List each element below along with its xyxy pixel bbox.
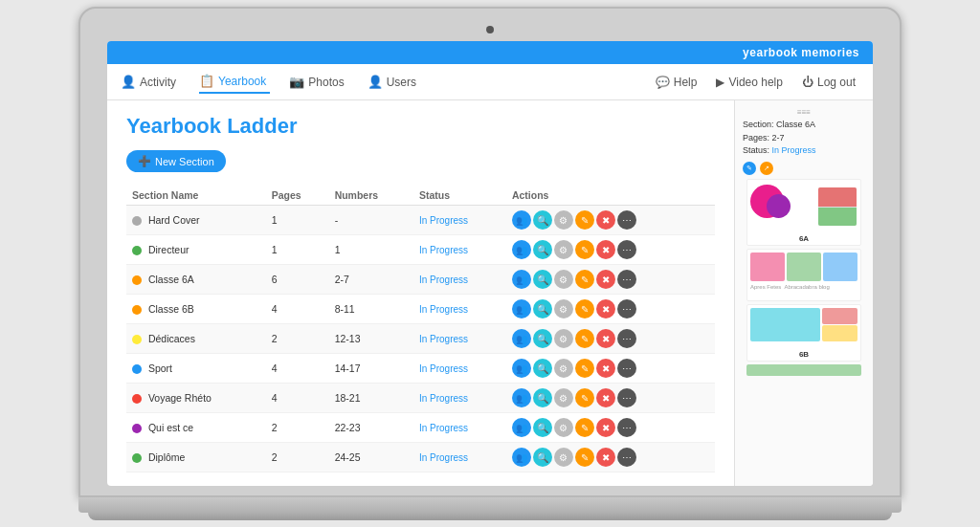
action-preview-icon[interactable]: 🔍	[533, 299, 552, 318]
nav-label-help: Help	[674, 76, 698, 89]
cell-actions: 👥 🔍 ⚙ ✎ ✖ ⋯	[506, 443, 715, 472]
right-panel: ≡≡≡ Section: Classe 6A Pages: 2-7 Status…	[734, 100, 873, 486]
action-settings-icon[interactable]: ⚙	[554, 299, 573, 318]
action-users-icon[interactable]: 👥	[512, 418, 531, 437]
action-settings-icon[interactable]: ⚙	[554, 210, 573, 230]
nav-item-video-help[interactable]: ▶ Video help	[716, 72, 787, 93]
action-preview-icon[interactable]: 🔍	[533, 359, 552, 378]
table-row: Qui est ce 2 22-23 In Progress 👥 🔍 ⚙ ✎ ✖…	[126, 413, 715, 443]
preview-edit-icon[interactable]: ✎	[743, 162, 756, 175]
action-settings-icon[interactable]: ⚙	[554, 359, 573, 378]
preview-page-6b: 6B	[746, 304, 861, 362]
action-edit-icon[interactable]: ✎	[575, 418, 594, 437]
action-more-icon[interactable]: ⋯	[617, 240, 636, 259]
nav-item-users[interactable]: 👤 Users	[368, 71, 420, 93]
nav-item-photos[interactable]: 📷 Photos	[289, 71, 347, 93]
cell-numbers: 14-17	[329, 354, 413, 384]
cell-section-name: Qui est ce	[126, 413, 266, 443]
action-users-icon[interactable]: 👥	[512, 270, 531, 289]
action-delete-icon[interactable]: ✖	[596, 299, 615, 318]
action-preview-icon[interactable]: 🔍	[533, 329, 552, 348]
action-delete-icon[interactable]: ✖	[596, 418, 615, 437]
action-preview-icon[interactable]: 🔍	[533, 418, 552, 437]
action-more-icon[interactable]: ⋯	[617, 329, 636, 348]
nav-label-yearbook: Yearbook	[218, 75, 266, 88]
action-delete-icon[interactable]: ✖	[596, 240, 615, 259]
action-edit-icon[interactable]: ✎	[575, 270, 594, 289]
action-users-icon[interactable]: 👥	[512, 388, 531, 407]
cell-numbers: 2-7	[329, 265, 413, 295]
action-settings-icon[interactable]: ⚙	[554, 240, 573, 259]
action-settings-icon[interactable]: ⚙	[554, 270, 573, 289]
action-edit-icon[interactable]: ✎	[575, 359, 594, 378]
action-delete-icon[interactable]: ✖	[596, 329, 615, 348]
table-row: Classe 6A 6 2-7 In Progress 👥 🔍 ⚙ ✎ ✖ ⋯	[126, 265, 715, 295]
action-icons-group: 👥 🔍 ⚙ ✎ ✖ ⋯	[512, 448, 709, 467]
action-more-icon[interactable]: ⋯	[617, 418, 636, 437]
action-more-icon[interactable]: ⋯	[617, 270, 636, 289]
action-edit-icon[interactable]: ✎	[575, 210, 594, 230]
action-more-icon[interactable]: ⋯	[617, 448, 636, 467]
cell-section-name: Classe 6A	[126, 265, 266, 295]
action-settings-icon[interactable]: ⚙	[554, 329, 573, 348]
action-edit-icon[interactable]: ✎	[575, 240, 594, 259]
preview-page-middle: Apres Fetes Abracadabra blog	[746, 249, 861, 301]
action-settings-icon[interactable]: ⚙	[554, 418, 573, 437]
action-delete-icon[interactable]: ✖	[596, 448, 615, 467]
action-preview-icon[interactable]: 🔍	[533, 210, 552, 230]
section-dot	[132, 275, 142, 285]
action-icons-group: 👥 🔍 ⚙ ✎ ✖ ⋯	[512, 270, 709, 289]
action-more-icon[interactable]: ⋯	[617, 359, 636, 378]
preview-label-6b: 6B	[747, 350, 860, 359]
status-badge: In Progress	[419, 423, 468, 433]
action-settings-icon[interactable]: ⚙	[554, 448, 573, 467]
section-name-text: Directeur	[148, 244, 189, 255]
action-preview-icon[interactable]: 🔍	[533, 388, 552, 407]
action-delete-icon[interactable]: ✖	[596, 210, 615, 230]
section-dot	[132, 364, 142, 374]
action-preview-icon[interactable]: 🔍	[533, 270, 552, 289]
action-users-icon[interactable]: 👥	[512, 240, 531, 259]
nav-item-yearbook[interactable]: 📋 Yearbook	[199, 70, 270, 94]
cell-pages: 4	[266, 384, 329, 413]
action-users-icon[interactable]: 👥	[512, 448, 531, 467]
nav-item-activity[interactable]: 👤 Activity	[121, 71, 180, 93]
cell-pages: 4	[266, 354, 329, 384]
action-users-icon[interactable]: 👥	[512, 210, 531, 230]
preview-page-6a: 6A	[746, 179, 861, 246]
preview-share-icon[interactable]: ↗	[760, 162, 773, 175]
action-more-icon[interactable]: ⋯	[617, 299, 636, 318]
status-value: In Progress	[772, 145, 816, 155]
action-preview-icon[interactable]: 🔍	[533, 448, 552, 467]
cell-numbers: 1	[329, 235, 413, 265]
preview-section-name: Section: Classe 6A	[743, 119, 865, 132]
action-users-icon[interactable]: 👥	[512, 329, 531, 348]
action-users-icon[interactable]: 👥	[512, 359, 531, 378]
new-section-button[interactable]: ➕ New Section	[126, 150, 226, 172]
action-preview-icon[interactable]: 🔍	[533, 240, 552, 259]
action-edit-icon[interactable]: ✎	[575, 329, 594, 348]
preview-pages-container: 6A Apres Fetes Abracadabra blog	[743, 175, 865, 380]
cell-status: In Progress	[413, 206, 506, 235]
action-delete-icon[interactable]: ✖	[596, 388, 615, 407]
action-settings-icon[interactable]: ⚙	[554, 388, 573, 407]
activity-icon: 👤	[121, 75, 136, 89]
nav-item-help[interactable]: 💬 Help	[656, 72, 702, 93]
action-edit-icon[interactable]: ✎	[575, 388, 594, 407]
nav-item-logout[interactable]: ⏻ Log out	[802, 72, 859, 93]
action-edit-icon[interactable]: ✎	[575, 448, 594, 467]
action-delete-icon[interactable]: ✖	[596, 270, 615, 289]
action-edit-icon[interactable]: ✎	[575, 299, 594, 318]
status-badge: In Progress	[419, 363, 468, 374]
action-users-icon[interactable]: 👥	[512, 299, 531, 318]
cell-section-name: Diplôme	[126, 443, 266, 472]
section-name-text: Sport	[148, 362, 172, 374]
cell-actions: 👥 🔍 ⚙ ✎ ✖ ⋯	[506, 413, 715, 443]
action-more-icon[interactable]: ⋯	[617, 210, 636, 230]
section-name-text: Hard Cover	[148, 214, 200, 226]
help-icon: 💬	[656, 76, 670, 89]
action-more-icon[interactable]: ⋯	[617, 388, 636, 407]
nav-right: 💬 Help ▶ Video help ⏻ Log out	[656, 72, 859, 93]
action-delete-icon[interactable]: ✖	[596, 359, 615, 378]
cell-status: In Progress	[413, 413, 506, 443]
